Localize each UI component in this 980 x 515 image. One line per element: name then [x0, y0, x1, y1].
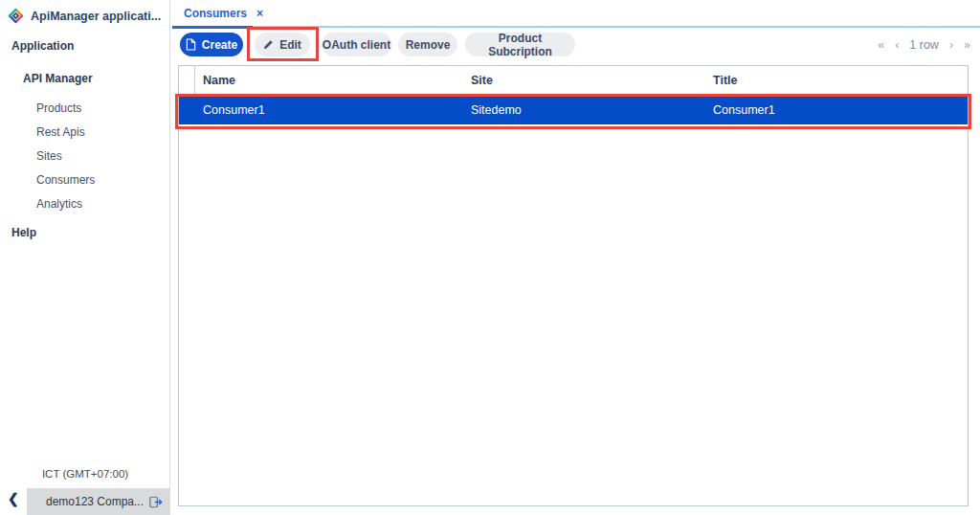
table-header-select-column [179, 66, 195, 95]
pagination-last-icon[interactable]: » [964, 38, 970, 52]
remove-button[interactable]: Remove [398, 33, 457, 56]
product-subscription-button-label: Product Subcription [465, 32, 575, 58]
tab-consumers[interactable]: Consumers × [172, 0, 275, 29]
account-bar[interactable]: demo123 Compa... [27, 488, 170, 515]
app-title: ApiManager applicati... [31, 10, 161, 23]
app-logo-icon [8, 8, 24, 24]
table-header-site: Site [463, 66, 705, 95]
timezone-label: ICT (GMT+07:00) [0, 468, 170, 480]
sidebar-collapse-icon[interactable]: ❮ [8, 491, 19, 506]
row-name-cell: Consumer1 [195, 103, 463, 117]
pagination: « ‹ 1 row › » [878, 33, 970, 56]
account-label: demo123 Compa... [40, 495, 149, 508]
tab-bar: Consumers × [170, 0, 980, 29]
file-icon [186, 38, 196, 51]
oauth-client-button[interactable]: OAuth client [322, 33, 391, 56]
app-window: ApiManager applicati... Application API … [0, 0, 980, 515]
pagination-prev-icon[interactable]: ‹ [895, 38, 899, 52]
sidebar-item-products[interactable]: Products [36, 101, 81, 115]
table-header-title: Title [705, 66, 968, 95]
tab-close-icon[interactable]: × [256, 7, 263, 20]
sidebar-item-api-manager[interactable]: API Manager [23, 72, 93, 85]
edit-button[interactable]: Edit [255, 33, 310, 56]
row-site-cell: Sitedemo [463, 103, 705, 117]
create-button-label: Create [202, 38, 237, 52]
table-header-name: Name [195, 66, 463, 95]
remove-button-label: Remove [406, 38, 451, 52]
sidebar-item-rest-apis[interactable]: Rest Apis [36, 125, 85, 139]
pagination-first-icon[interactable]: « [878, 38, 884, 52]
sign-out-icon[interactable] [149, 496, 163, 508]
sidebar-section-application: Application [11, 39, 74, 53]
table-header: Name Site Title [179, 66, 968, 96]
tabbar-underline [253, 26, 980, 28]
sidebar: ApiManager applicati... Application API … [0, 0, 170, 515]
edit-button-label: Edit [279, 38, 301, 52]
pagination-next-icon[interactable]: › [949, 38, 953, 52]
product-subscription-button[interactable]: Product Subcription [465, 33, 575, 56]
pagination-row-count: 1 row [909, 38, 939, 52]
sidebar-item-analytics[interactable]: Analytics [36, 197, 82, 211]
pencil-icon [263, 39, 274, 50]
table-row-selected[interactable]: Consumer1 Sitedemo Consumer1 [179, 96, 968, 124]
consumers-table: Name Site Title Consumer1 Sitedemo Consu… [178, 65, 969, 506]
sidebar-section-help[interactable]: Help [11, 226, 36, 239]
row-title-cell: Consumer1 [705, 103, 968, 117]
sidebar-item-consumers[interactable]: Consumers [36, 173, 95, 187]
app-header: ApiManager applicati... [0, 0, 169, 32]
create-button[interactable]: Create [180, 33, 243, 56]
sidebar-item-sites[interactable]: Sites [36, 149, 62, 163]
tab-consumers-label: Consumers [184, 7, 247, 20]
oauth-client-button-label: OAuth client [323, 38, 390, 52]
